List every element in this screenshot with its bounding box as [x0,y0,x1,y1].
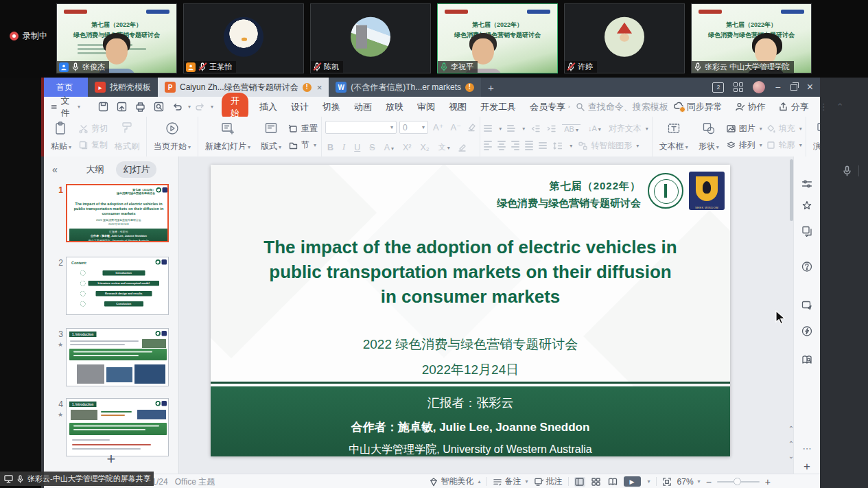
clear-format-icon[interactable] [466,122,476,132]
shapes-button[interactable]: 形状▾ [695,119,723,154]
collaborate-button[interactable]: 协作 [730,101,771,113]
justify-icon[interactable] [525,141,533,150]
menu-member[interactable]: 会员专享 [523,101,567,113]
video-tile[interactable]: 陈凯 [310,3,431,73]
arrange-button[interactable]: 排列▾ [726,137,762,152]
text-direction-button[interactable]: AB▾ [562,124,580,133]
slideshow-play-button[interactable]: ▶ [624,476,641,487]
help-icon[interactable] [801,261,813,275]
save-icon[interactable] [97,101,109,113]
new-tab-button[interactable]: + [481,78,501,97]
menu-review[interactable]: 审阅 [410,101,442,113]
menu-slideshow[interactable]: 放映 [379,101,410,113]
phonetic-guide-button[interactable]: 文▾ [436,142,452,152]
align-text-button[interactable]: 对齐文本▾ [609,121,648,136]
video-tile[interactable]: 第七届（2022年）绿色消费与绿色营销专题研讨会 张彩云 中山大学管理学院 [691,3,812,73]
tab-outline[interactable]: 大纲 [79,161,110,178]
video-tile[interactable]: 第七届（2022年）绿色消费与绿色营销专题研讨会 张俊杰 [56,3,177,73]
strikethrough-button[interactable]: S [367,143,377,152]
format-painter-button[interactable]: 格式刷 [111,119,143,154]
subscript-button[interactable]: X₂ [419,143,432,152]
feedback-icon[interactable] [801,299,813,314]
line-spacing-icon[interactable] [552,141,563,151]
superscript-button[interactable]: X² [401,143,414,152]
cut-button[interactable]: 剪切 [78,121,108,136]
quick-tools-icon[interactable] [801,325,813,340]
minimize-button[interactable]: − [775,82,780,92]
video-tile[interactable]: 王某怡 [183,3,304,73]
font-color-button[interactable]: A▾ [382,143,396,152]
menu-devtools[interactable]: 开发工具 [473,101,523,113]
fit-window-icon[interactable] [662,477,672,487]
decrease-indent-icon[interactable] [530,124,541,134]
reset-button[interactable]: 重置 [288,121,318,136]
highlight-icon[interactable] [457,142,467,152]
char-spacing-button[interactable]: ↓A▾ [586,124,603,132]
menu-insert[interactable]: 插入 [253,101,284,113]
comments-button[interactable]: 批注 [534,476,563,487]
menu-view[interactable]: 视图 [442,101,473,113]
sync-status[interactable]: 同步异常 [668,101,727,113]
distribute-icon[interactable] [539,142,547,149]
reading-view-icon[interactable] [607,477,618,487]
print-icon[interactable] [134,101,146,113]
section-button[interactable]: 节▾ [288,137,318,152]
align-right-icon[interactable] [511,141,519,150]
account-avatar[interactable] [753,81,765,93]
font-family-select[interactable]: ▾ [325,121,397,134]
notes-button[interactable]: 备注▾ [493,476,528,487]
tab-slides[interactable]: 幻灯片 [116,161,156,178]
duplicate-icon[interactable] [801,225,813,240]
present-button[interactable]: 演示› [810,119,820,154]
to-smartart-button[interactable]: 转智能图形▾ [578,138,639,153]
copy-button[interactable]: 复制 [78,137,108,152]
dictionary-icon[interactable] [801,354,813,369]
play-from-current-button[interactable]: 当页开始▾ [150,119,194,154]
slide-thumbnail-3[interactable]: 3★ 1. Introduction [49,328,169,386]
slide-thumbnail-2[interactable]: 2 Content: Introduction Literature revie… [49,257,169,315]
paste-button[interactable]: 粘贴▾ [47,119,75,154]
tab-close-icon[interactable]: × [317,82,322,93]
collapse-ribbon-icon[interactable]: ⌃ [834,102,847,112]
slide-thumbnail-4[interactable]: 4★ 1. Introduction [49,398,169,456]
command-search[interactable]: 查找命令、搜索模板 [576,101,668,113]
beautify-button[interactable]: 智能美化▴ [429,476,481,487]
zoom-slider[interactable] [717,481,760,483]
normal-view-icon[interactable] [574,477,585,487]
bullet-list-icon[interactable] [484,125,492,132]
share-button[interactable]: 分享 [773,101,814,113]
slide-thumbnail-1[interactable]: 1 第七届（2022年）绿色消费与绿色营销专题研讨会 The impact of… [49,184,169,242]
textbox-button[interactable]: 文本框▾ [656,119,692,154]
file-menu[interactable]: 文件▾ [44,95,86,119]
underline-button[interactable]: U [352,143,362,152]
effects-icon[interactable] [801,200,813,214]
zoom-out-button[interactable]: − [706,476,712,487]
font-size-select[interactable]: 0▾ [399,121,428,134]
properties-icon[interactable] [801,178,813,193]
restore-button[interactable] [790,84,797,91]
undo-icon[interactable] [172,101,183,113]
tab-layout-icon[interactable]: 2 [712,82,724,93]
tab-word-doc[interactable]: W (不含作者信息)Th...er markets ! [329,78,481,97]
video-tile-speaking[interactable]: 第七届（2022年）绿色消费与绿色营销专题研讨会 李祝平 [437,3,558,73]
numbered-list-icon[interactable] [507,125,515,132]
more-menu-icon[interactable]: ⋮ [817,102,831,112]
slide-sorter-icon[interactable] [591,477,602,487]
menu-transition[interactable]: 切换 [316,101,347,113]
increase-indent-icon[interactable] [546,124,556,134]
fill-button[interactable]: 填充▾ [766,121,802,136]
zoom-slider-knob[interactable] [734,478,741,485]
increase-font-button[interactable]: A⁺ [431,122,446,132]
current-slide[interactable]: 第七届（2022年） 绿色消费与绿色营销专题研讨会 SEEK WISDOM Th… [211,165,730,456]
export-icon[interactable] [116,101,128,113]
add-slide-button[interactable]: + [44,450,178,468]
menu-design[interactable]: 设计 [284,101,316,113]
print-preview-icon[interactable] [153,101,165,113]
decrease-font-button[interactable]: A⁻ [449,122,464,132]
workspace-grid-icon[interactable] [734,82,743,92]
zoom-in-button[interactable]: + [765,476,771,487]
rail-more-icon[interactable]: ⋯ [803,443,812,454]
menu-animation[interactable]: 动画 [347,101,379,113]
bold-button[interactable]: B [325,143,336,152]
zoom-percent[interactable]: 67%▾ [677,477,701,487]
